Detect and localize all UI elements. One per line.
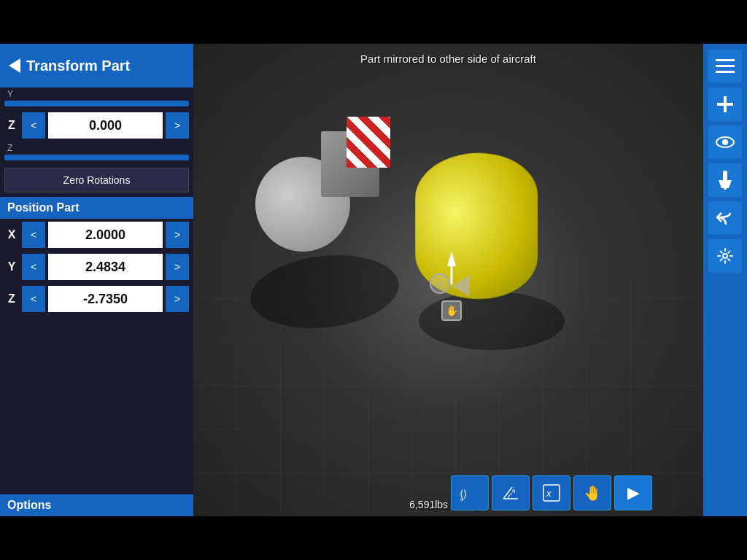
y-slider[interactable] xyxy=(4,101,189,106)
red-white-box-object[interactable] xyxy=(347,117,390,168)
svg-rect-14 xyxy=(723,171,727,181)
options-section-label: Options xyxy=(0,494,193,516)
undo-btn[interactable] xyxy=(708,201,742,235)
x-position-right-btn[interactable]: > xyxy=(166,222,189,248)
z-rotation-row: Z < 0.000 > xyxy=(0,109,193,141)
gizmo-rotate-icon[interactable] xyxy=(452,270,479,297)
hand-icon: 🤚 xyxy=(584,484,602,502)
x-position-value: 2.0000 xyxy=(48,222,163,248)
svg-rect-9 xyxy=(716,71,735,73)
z-position-label: Z xyxy=(4,292,19,306)
gizmo-hand-icon[interactable]: ✋ xyxy=(441,300,462,321)
formula-btn[interactable]: x xyxy=(533,475,570,510)
svg-marker-15 xyxy=(719,180,732,188)
gizmo-move-icon[interactable] xyxy=(430,273,450,294)
play-icon: ▶ xyxy=(627,483,640,502)
snap-btn[interactable]: ⟨⟩ ✈ xyxy=(451,475,489,510)
settings-btn[interactable] xyxy=(708,239,742,273)
z-rotation-value: 0.000 xyxy=(48,112,163,139)
svg-line-3 xyxy=(503,487,512,499)
view-btn[interactable] xyxy=(708,125,742,159)
transform-title: Transform Part xyxy=(26,58,130,74)
angle-btn[interactable]: θ xyxy=(492,475,530,510)
z-rotation-label: Z xyxy=(4,119,19,132)
z-position-right-btn[interactable]: > xyxy=(166,286,189,312)
x-position-label: X xyxy=(4,228,19,241)
gizmo-up-arrow-icon[interactable] xyxy=(447,252,456,266)
svg-rect-16 xyxy=(724,187,727,190)
z-position-row: Z < -2.7350 > xyxy=(0,283,193,315)
y-position-right-btn[interactable]: > xyxy=(166,254,189,280)
svg-rect-11 xyxy=(717,103,733,106)
y-axis-label: Y xyxy=(0,88,193,101)
svg-rect-8 xyxy=(716,65,735,67)
viewport-message: Part mirrored to other side of aircraft xyxy=(360,52,536,65)
svg-text:x: x xyxy=(546,488,551,499)
svg-rect-7 xyxy=(716,59,735,61)
right-panel xyxy=(703,44,747,516)
z-axis-slider-label: Z xyxy=(0,141,193,155)
bottom-toolbar: ⟨⟩ ✈ θ x xyxy=(451,475,652,510)
svg-point-17 xyxy=(723,254,727,258)
y-position-value: 2.4834 xyxy=(48,254,163,280)
menu-btn[interactable] xyxy=(708,50,742,83)
position-section-label: Position Part xyxy=(0,197,193,219)
bottom-bar xyxy=(0,516,747,560)
x-position-row: X < 2.0000 > xyxy=(0,219,193,251)
play-btn[interactable]: ▶ xyxy=(614,475,652,510)
hand-mode-btn[interactable]: 🤚 xyxy=(573,475,611,510)
z-rotation-right-btn[interactable]: > xyxy=(166,112,189,139)
z-position-value: -2.7350 xyxy=(48,286,163,312)
paint-btn[interactable] xyxy=(708,163,742,197)
y-position-left-btn[interactable]: < xyxy=(22,254,45,280)
back-arrow-icon[interactable] xyxy=(9,58,20,73)
x-position-left-btn[interactable]: < xyxy=(22,222,45,248)
y-position-label: Y xyxy=(4,260,19,273)
z-position-left-btn[interactable]: < xyxy=(22,286,45,312)
top-bar xyxy=(0,0,747,44)
transform-gizmo[interactable]: ✋ xyxy=(426,270,477,321)
z-rotation-left-btn[interactable]: < xyxy=(22,112,45,139)
transform-header[interactable]: Transform Part xyxy=(0,44,193,88)
add-btn[interactable] xyxy=(708,88,742,121)
y-position-row: Y < 2.4834 > xyxy=(0,251,193,283)
left-panel: Transform Part Y Z < 0.000 > Z Zero Rota… xyxy=(0,44,193,516)
z-slider[interactable] xyxy=(4,155,189,160)
svg-point-13 xyxy=(722,139,728,145)
svg-text:✈: ✈ xyxy=(460,497,465,503)
svg-text:θ: θ xyxy=(512,488,516,494)
zero-rotations-btn[interactable]: Zero Rotations xyxy=(4,168,189,192)
3d-viewport[interactable]: Part mirrored to other side of aircraft xyxy=(193,44,703,516)
